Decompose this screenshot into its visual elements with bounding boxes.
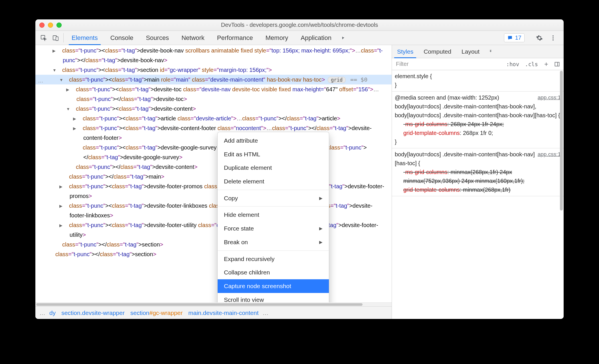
main-tab-network[interactable]: Network — [175, 31, 211, 45]
context-menu-item[interactable]: Collapse children — [218, 266, 329, 279]
breadcrumb-overflow[interactable]: … — [263, 310, 269, 316]
main-tab-sources[interactable]: Sources — [139, 31, 175, 45]
submenu-arrow-icon: ▶ — [319, 225, 323, 232]
context-menu-item[interactable]: Duplicate element — [218, 161, 329, 175]
style-rule-block[interactable]: app.css:1@media screen and (max-width: 1… — [392, 92, 564, 148]
expand-icon[interactable]: ▶ — [64, 222, 68, 229]
context-menu-item[interactable]: Copy▶ — [218, 191, 329, 205]
more-options-button[interactable] — [548, 35, 558, 41]
context-menu-label: Copy — [224, 193, 238, 203]
dom-node[interactable]: ...▼class="t-punc"><class="t-tag">main r… — [35, 75, 392, 84]
dom-node[interactable]: class="t-punc"></class="t-tag">section> — [35, 249, 392, 259]
collapse-icon[interactable]: ▼ — [64, 77, 68, 84]
context-menu-item[interactable]: Expand recursively — [218, 252, 329, 266]
svg-rect-2 — [56, 37, 58, 41]
elements-panel: ▶class="t-punc"><class="t-tag">devsite-b… — [35, 45, 392, 319]
expand-icon[interactable]: ▶ — [58, 48, 62, 54]
new-style-rule-button[interactable] — [542, 61, 551, 67]
context-menu-label: Break on — [224, 237, 248, 247]
expand-icon[interactable]: ▶ — [78, 125, 82, 132]
collapse-icon[interactable]: ▼ — [71, 106, 75, 113]
dom-node[interactable]: class="t-punc"></class="t-tag">section> — [35, 240, 392, 249]
styles-body[interactable]: element.style {}app.css:1@media screen a… — [392, 70, 564, 319]
context-menu: Add attributeEdit as HTMLDuplicate eleme… — [217, 132, 329, 302]
styles-filter-input[interactable] — [394, 60, 502, 68]
collapse-icon[interactable]: ▼ — [58, 67, 62, 74]
context-menu-label: Force state — [224, 223, 254, 234]
svg-point-4 — [553, 37, 554, 39]
expand-icon[interactable]: ▶ — [64, 183, 68, 190]
expand-icon[interactable]: ▶ — [78, 116, 82, 122]
context-menu-item[interactable]: Break on▶ — [218, 235, 329, 249]
plus-icon — [543, 61, 549, 67]
context-menu-item[interactable]: Add attribute — [218, 134, 329, 147]
scrollbar-thumb[interactable] — [560, 71, 563, 211]
source-link[interactable]: app.css:1 — [538, 150, 561, 158]
style-rule-block[interactable]: element.style {} — [392, 70, 564, 92]
vertical-scrollbar[interactable] — [560, 71, 563, 219]
dom-node[interactable]: ▼class="t-punc"><class="t-tag">devsite-c… — [35, 104, 392, 114]
dom-node[interactable]: ▶class="t-punc"><class="t-tag">devsite-f… — [35, 220, 392, 240]
console-errors-badge[interactable]: 17 — [504, 33, 525, 42]
style-rule-block[interactable]: app.css:1body[layout=docs] .devsite-main… — [392, 148, 564, 196]
breadcrumb-item[interactable]: section#gc-wrapper — [130, 310, 183, 316]
horizontal-scrollbar[interactable] — [35, 302, 392, 306]
styles-toolbar: :hov .cls — [392, 58, 564, 70]
toggle-classes-button[interactable]: .cls — [523, 60, 540, 68]
breadcrumb-overflow[interactable]: … — [39, 310, 45, 316]
context-menu-label: Capture node screenshot — [224, 281, 291, 291]
settings-button[interactable] — [534, 35, 545, 41]
styles-panel: StylesComputedLayout :hov .cls element.s… — [392, 45, 564, 319]
styles-tab-styles[interactable]: Styles — [392, 45, 418, 58]
device-toolbar-button[interactable] — [50, 31, 62, 45]
dom-node[interactable]: ▶class="t-punc"><class="t-tag">devsite-c… — [35, 123, 392, 143]
toggle-computed-sidebar-button[interactable] — [553, 61, 561, 67]
styles-tab-computed[interactable]: Computed — [418, 45, 456, 58]
context-menu-item[interactable]: Delete element — [218, 175, 329, 188]
dom-node[interactable]: ▶class="t-punc"><class="t-tag">devsite-t… — [35, 84, 392, 104]
dom-node[interactable]: ▶class="t-punc"><class="t-tag">devsite-f… — [35, 181, 392, 201]
breadcrumb-item[interactable]: dy — [49, 310, 56, 316]
dom-node[interactable]: ▶class="t-punc"><class="t-tag">article c… — [35, 114, 392, 123]
breadcrumb-item[interactable]: main.devsite-main-content — [188, 310, 258, 316]
main-tab-console[interactable]: Console — [104, 31, 140, 45]
styles-tab-layout[interactable]: Layout — [456, 45, 485, 58]
gutter-more-icon[interactable]: ... — [38, 76, 43, 85]
dom-node[interactable]: ▼class="t-punc"><class="t-tag">section i… — [35, 65, 392, 75]
context-menu-item[interactable]: Scroll into view — [218, 293, 329, 302]
context-menu-item[interactable]: Hide element — [218, 208, 329, 222]
devtools-window: DevTools - developers.google.com/web/too… — [35, 19, 564, 319]
source-link[interactable]: app.css:1 — [538, 93, 561, 102]
context-menu-separator — [218, 250, 329, 251]
context-menu-label: Collapse children — [224, 267, 270, 278]
main-tab-performance[interactable]: Performance — [211, 31, 259, 45]
breadcrumb-item[interactable]: section.devsite-wrapper — [61, 310, 125, 316]
context-menu-separator — [218, 190, 329, 190]
styles-tabs-overflow-button[interactable] — [485, 45, 497, 58]
dom-node[interactable]: class="t-punc"></class="t-tag">main> — [35, 172, 392, 181]
tabs-overflow-button[interactable] — [338, 31, 349, 45]
dom-node[interactable]: class="t-punc"><class="t-tag">devsite-go… — [35, 143, 392, 162]
toggle-hover-button[interactable]: :hov — [504, 60, 521, 68]
dom-tree[interactable]: ▶class="t-punc"><class="t-tag">devsite-b… — [35, 45, 392, 302]
context-menu-separator — [218, 206, 329, 207]
errors-count: 17 — [515, 35, 521, 41]
context-menu-label: Scroll into view — [224, 295, 264, 302]
expand-icon[interactable]: ▶ — [71, 86, 75, 93]
main-tab-memory[interactable]: Memory — [259, 31, 294, 45]
main-tab-elements[interactable]: Elements — [65, 31, 104, 45]
main-tab-application[interactable]: Application — [294, 31, 338, 45]
dom-node[interactable]: class="t-punc"></class="t-tag">devsite-c… — [35, 162, 392, 172]
context-menu-item[interactable]: Edit as HTML — [218, 147, 329, 161]
context-menu-item[interactable]: Force state▶ — [218, 222, 329, 235]
inspect-element-button[interactable] — [38, 31, 50, 45]
grid-badge[interactable]: grid — [328, 77, 346, 83]
scrollbar-thumb[interactable] — [36, 303, 363, 306]
dom-node[interactable]: ▶class="t-punc"><class="t-tag">devsite-b… — [35, 46, 392, 65]
context-menu-item[interactable]: Capture node screenshot — [218, 279, 329, 293]
dom-node[interactable]: ▶class="t-punc"><class="t-tag">devsite-f… — [35, 201, 392, 220]
styles-tabs: StylesComputedLayout — [392, 45, 564, 58]
context-menu-label: Delete element — [224, 176, 264, 187]
expand-icon[interactable]: ▶ — [64, 203, 68, 210]
window-title: DevTools - developers.google.com/web/too… — [35, 22, 564, 28]
